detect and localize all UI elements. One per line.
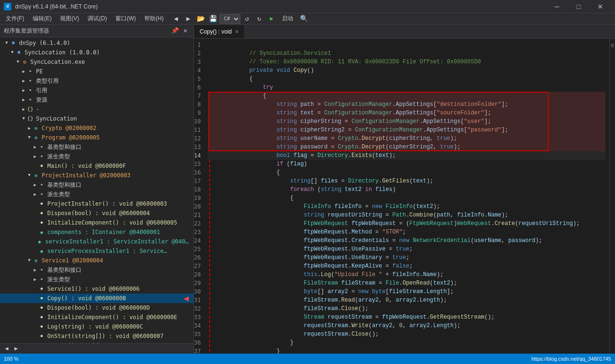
tree-item-derived3[interactable]: ▶ ▪ 派生类型 — [0, 275, 193, 284]
close-button[interactable]: ✕ — [589, 0, 611, 13]
tree-item-copy-selected[interactable]: ● Copy() : void @0600000B ◀ — [0, 294, 193, 303]
start-button[interactable]: ▶ — [266, 14, 277, 24]
tab-copy[interactable]: Copy() : void ✕ — [194, 25, 245, 38]
tree-item-svcinstaller[interactable]: ◆ serviceInstaller1 : ServiceInstaller @… — [0, 237, 193, 246]
code-line-27: this.Log("Upload File " + fileInfo.Name)… — [208, 262, 606, 270]
minimize-button[interactable]: ─ — [546, 0, 568, 13]
menu-view[interactable]: 视图(V) — [56, 14, 83, 24]
code-line-21: FtpWebRequest ftpWebRequest = (FtpWebReq… — [208, 211, 606, 219]
expand-arrow: ▼ — [26, 258, 32, 263]
arrow-annotation: ◀ — [184, 293, 189, 303]
tree-label: ProjectInstaller() : void @06000003 — [47, 200, 167, 207]
menu-debug[interactable]: 调试(D) — [84, 14, 111, 24]
save-button[interactable]: 💾 — [207, 14, 219, 24]
code-scroll[interactable]: // SyncLocation.Service1 // Token: 0x060… — [204, 39, 609, 354]
tree-item-baseclass2[interactable]: ▶ ▪ 基类型和接口 — [0, 180, 193, 190]
expand-arrow: ▼ — [26, 173, 32, 178]
tree-label: SyncLocation.exe — [30, 59, 85, 65]
redo-button[interactable]: ↻ — [254, 14, 265, 24]
code-line-33: requestStream.Write(array2, 0, array2.Le… — [208, 313, 606, 321]
ns-icon: {} — [26, 115, 34, 122]
ln-31: 31 — [194, 296, 204, 304]
code-line-37: else — [208, 347, 606, 354]
tree-item-baseclass3[interactable]: ▶ ▪ 基类型和接口 — [0, 265, 193, 275]
expand-arrow: ▶ — [21, 69, 26, 74]
tree-item-ns-synclocation[interactable]: ▼ {} SyncLocation — [0, 114, 193, 123]
sidebar-close-button[interactable]: ✕ — [181, 26, 190, 35]
tree-item-program[interactable]: ▼ ⊕ Program @02000005 — [0, 133, 193, 142]
tree-label: 派生类型 — [47, 153, 70, 161]
main-layout: 程序集资源管理器 📌 ✕ ▼ ■ dnSpy (6.1.4.0) ▼ ■ Syn… — [0, 25, 615, 354]
sidebar-pin-button[interactable]: 📌 — [171, 26, 179, 35]
open-button[interactable]: 📂 — [195, 14, 206, 24]
menu-file[interactable]: 文件(F) — [2, 14, 28, 24]
search-button[interactable]: 🔍 — [298, 14, 309, 24]
tree-item-projectinstaller-ctor[interactable]: ● ProjectInstaller() : void @06000003 — [0, 199, 193, 208]
sidebar-right-btn[interactable]: ▶ — [11, 345, 21, 353]
menu-window[interactable]: 窗口(W) — [112, 14, 140, 24]
tree-item-initcomp1[interactable]: ● InitializeComponent() : void @06000005 — [0, 218, 193, 227]
code-line-13: bool flag = Directory.Exists(text); — [208, 143, 606, 151]
method-icon: ● — [38, 323, 45, 330]
menu-edit[interactable]: 编辑(E) — [29, 14, 55, 24]
title-bar: d dnSpy v6.1.4 (64-bit, .NET Core) ─ □ ✕ — [0, 0, 615, 13]
tree-item-resource[interactable]: ▶ ▪ 资源 — [0, 95, 193, 104]
tree-item-dispose1[interactable]: ● Dispose(bool) : void @06000004 — [0, 208, 193, 218]
tree-item-service1[interactable]: ▼ ⊕ Service1 @02000004 — [0, 256, 193, 265]
ln-7: 7 — [194, 92, 204, 100]
tree-label: ProjectInstaller @02000003 — [42, 172, 131, 179]
tree-item-pe[interactable]: ▶ ▪ PE — [0, 67, 193, 76]
method-icon: ● — [38, 285, 45, 293]
menu-help[interactable]: 帮助(H) — [141, 14, 167, 24]
tree-item-projectinstaller[interactable]: ▼ ⊕ ProjectInstaller @02000003 — [0, 171, 193, 180]
tree-item-components1[interactable]: ◆ components : IContainer @04000001 — [0, 227, 193, 237]
tree-item-crypto[interactable]: ▶ ⊕ Crypto @02000002 — [0, 123, 193, 133]
class-icon: ⊕ — [32, 134, 40, 141]
code-line-4: { — [208, 66, 606, 75]
code-line-31: fileStream.Close(); — [208, 296, 606, 304]
folder-icon: ▪ — [38, 153, 45, 160]
tree-item-svcprocinstaller[interactable]: ◆ serviceProcessInstaller1 : ServiceProc… — [0, 246, 193, 256]
tree-item-onstart[interactable]: ● OnStart(string[]) : void @06000007 — [0, 331, 193, 341]
code-line-7: string path = ConfigurationManager.AppSe… — [208, 92, 606, 100]
tree-item-service1-ctor[interactable]: ● Service1() : void @06000006 — [0, 284, 193, 294]
ln-18: 18 — [194, 185, 204, 194]
code-line-36: } — [208, 338, 606, 347]
tree-item-derived2[interactable]: ▶ ▪ 派生类型 — [0, 190, 193, 199]
spacer — [32, 210, 38, 216]
tree-item-baseclass1[interactable]: ▶ ▪ 基类型和接口 — [0, 142, 193, 152]
tree-item-main[interactable]: ● Main() : void @0600000F — [0, 161, 193, 171]
undo-button[interactable]: ↺ — [241, 14, 253, 24]
tree-item-initcomp2[interactable]: ● InitializeComponent() : void @0600000E — [0, 312, 193, 322]
ln-6: 6 — [194, 83, 204, 92]
tree-item-dispose2[interactable]: ● Dispose(bool) : void @0600000D — [0, 303, 193, 312]
tab-close-button[interactable]: ✕ — [235, 29, 239, 35]
tree-item-log[interactable]: ● Log(string) : void @0600000C — [0, 322, 193, 331]
maximize-button[interactable]: □ — [568, 0, 589, 13]
ln-28: 28 — [194, 270, 204, 279]
start-label[interactable]: 启动 — [278, 14, 297, 24]
ln-2: 2 — [194, 49, 204, 58]
tree-label: 派生类型 — [47, 276, 70, 284]
forward-button[interactable]: ▶ — [183, 14, 194, 24]
expand-arrow: ▶ — [21, 78, 26, 84]
tree-item-ref[interactable]: ▶ ▪ 引用 — [0, 86, 193, 95]
tree-label: Program @02000005 — [42, 134, 100, 141]
tree-item-typeref[interactable]: ▶ ▪ 类型引用 — [0, 76, 193, 86]
tree-item-synclocation[interactable]: ▼ ■ SyncLocation (1.0.0.0) — [0, 48, 193, 57]
ln-1: 1 — [194, 41, 204, 49]
tree-label: Dispose(bool) : void @0600000D — [47, 304, 150, 311]
tree-item-dnspy[interactable]: ▼ ■ dnSpy (6.1.4.0) — [0, 38, 193, 48]
tree-label: PE — [36, 68, 43, 75]
code-line-15: { — [208, 160, 606, 168]
back-button[interactable]: ◀ — [170, 14, 182, 24]
folder-icon: ▪ — [38, 266, 45, 274]
language-select[interactable]: C# IL — [220, 14, 240, 24]
ln-29: 29 — [194, 279, 204, 287]
sidebar-left-btn[interactable]: ◀ — [2, 345, 11, 353]
vertical-scrollbar[interactable] — [609, 39, 615, 354]
tree-item-exe[interactable]: ▼ ⚙ SyncLocation.exe — [0, 57, 193, 67]
tree-item-ns-empty[interactable]: ▶ {} - — [0, 104, 193, 114]
tree-label: dnSpy (6.1.4.0) — [19, 40, 70, 46]
tree-item-derived1[interactable]: ▶ ▪ 派生类型 — [0, 152, 193, 161]
